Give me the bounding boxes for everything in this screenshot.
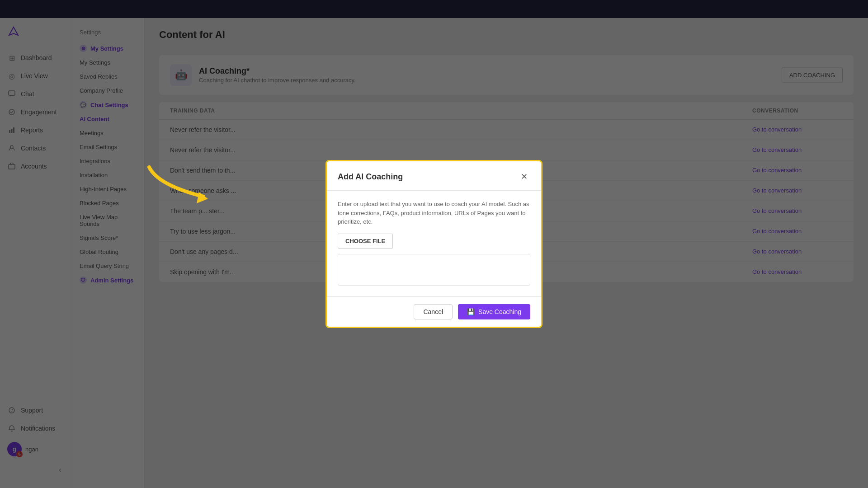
add-ai-coaching-modal: Add AI Coaching ✕ Enter or upload text t… — [326, 160, 542, 328]
modal-body: Enter or upload text that you want to us… — [327, 191, 541, 296]
save-coaching-button[interactable]: 💾 Save Coaching — [458, 304, 530, 319]
close-button[interactable]: ✕ — [518, 170, 530, 183]
modal-overlay[interactable]: Add AI Coaching ✕ Enter or upload text t… — [0, 0, 868, 488]
modal-header: Add AI Coaching ✕ — [327, 161, 541, 191]
cancel-button[interactable]: Cancel — [414, 304, 453, 319]
coaching-text-input[interactable] — [338, 254, 530, 286]
close-icon: ✕ — [521, 172, 528, 182]
save-icon: 💾 — [467, 308, 475, 315]
modal-title: Add AI Coaching — [338, 172, 403, 182]
modal-footer: Cancel 💾 Save Coaching — [327, 296, 541, 327]
modal-description: Enter or upload text that you want to us… — [338, 200, 530, 226]
choose-file-button[interactable]: CHOOSE FILE — [338, 234, 393, 249]
